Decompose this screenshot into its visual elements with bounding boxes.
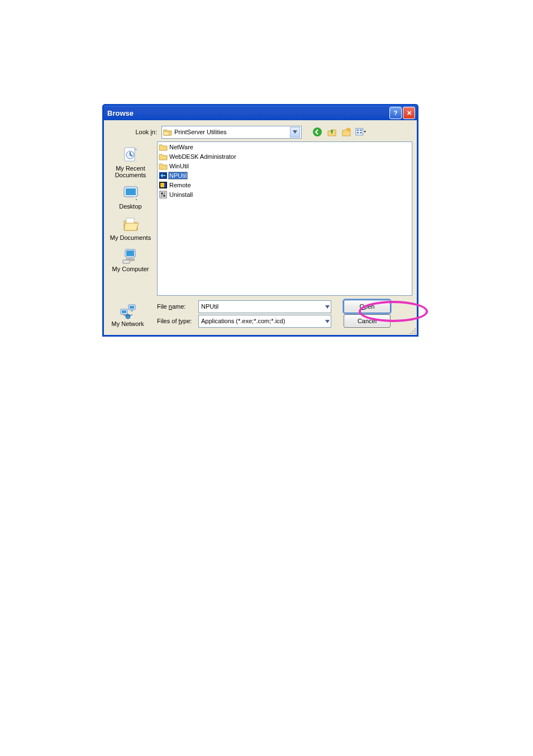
toolbar-icons — [312, 126, 367, 138]
file-name-value: NPUtil — [200, 303, 325, 310]
file-name: NPUtil — [168, 172, 188, 179]
file-list[interactable]: NetWare WebDESK Administrator WinUtil NP… — [157, 141, 412, 296]
look-in-row: Look in: PrintServer Utilities — [104, 120, 417, 141]
svg-rect-27 — [122, 310, 126, 313]
close-button[interactable]: ✕ — [403, 107, 415, 119]
place-label: My Documents — [107, 234, 154, 241]
my-network-icon — [119, 301, 137, 319]
help-icon: ? — [394, 110, 398, 116]
folder-icon — [159, 162, 168, 171]
place-label: My Network — [104, 320, 151, 327]
look-in-combo[interactable]: PrintServer Utilities — [161, 126, 302, 139]
list-item[interactable]: NPUtil — [158, 171, 412, 180]
close-icon: ✕ — [407, 110, 412, 117]
back-button[interactable] — [312, 126, 323, 138]
folder-icon — [159, 143, 168, 152]
place-desktop[interactable]: Desktop — [107, 182, 154, 213]
place-my-computer[interactable]: My Computer — [107, 244, 154, 276]
my-documents-icon — [122, 215, 140, 233]
files-of-type-combo[interactable]: Applications (*.exe;*.com;*.icd) — [198, 315, 331, 328]
place-recent-documents[interactable]: My Recent Documents — [107, 144, 154, 182]
folder-icon — [159, 152, 168, 161]
application-icon — [159, 190, 168, 199]
svg-rect-16 — [123, 260, 130, 263]
dropdown-button[interactable] — [325, 318, 330, 324]
svg-rect-10 — [126, 188, 136, 195]
svg-rect-23 — [164, 192, 165, 194]
svg-point-0 — [313, 127, 322, 136]
list-item[interactable]: WebDESK Administrator — [158, 152, 412, 161]
svg-rect-22 — [161, 192, 163, 195]
file-name-combo[interactable]: NPUtil — [198, 300, 331, 313]
list-item[interactable]: Uninstall — [158, 190, 412, 199]
svg-rect-24 — [161, 195, 163, 197]
look-in-label: Look in: — [104, 129, 161, 135]
place-label: My Computer — [107, 266, 154, 272]
files-of-type-label: Files of type: — [157, 318, 198, 324]
file-name: WinUtil — [168, 162, 190, 170]
places-bar: My Recent Documents Desktop My Documents — [104, 141, 157, 299]
place-label: Desktop — [107, 203, 154, 210]
file-name: Uninstall — [168, 191, 194, 199]
application-icon — [159, 171, 168, 180]
browse-dialog: Browse ? ✕ Look in: PrintServer Utilitie… — [102, 104, 418, 337]
folder-open-icon — [163, 128, 172, 136]
dropdown-button[interactable] — [325, 303, 330, 310]
place-my-documents[interactable]: My Documents — [107, 213, 154, 244]
svg-rect-25 — [163, 195, 165, 197]
help-button[interactable]: ? — [389, 107, 402, 119]
window-title: Browse — [107, 109, 388, 117]
svg-rect-13 — [126, 251, 134, 256]
desktop-icon — [122, 184, 140, 202]
svg-rect-19 — [160, 183, 164, 187]
svg-point-30 — [126, 314, 130, 319]
svg-rect-4 — [360, 129, 362, 131]
file-name-label: File name: — [157, 303, 198, 310]
my-computer-icon — [122, 247, 140, 264]
place-label: My Recent Documents — [107, 165, 154, 178]
look-in-value: PrintServer Utilities — [174, 129, 290, 135]
svg-rect-6 — [360, 132, 362, 134]
titlebar[interactable]: Browse ? ✕ — [104, 106, 417, 120]
resize-grip[interactable] — [410, 328, 416, 334]
svg-rect-2 — [356, 129, 363, 135]
cancel-button[interactable]: Cancel — [344, 314, 391, 328]
file-name: NetWare — [168, 143, 194, 151]
svg-rect-29 — [130, 306, 134, 309]
files-of-type-value: Applications (*.exe;*.com;*.icd) — [200, 318, 325, 324]
svg-rect-20 — [164, 183, 166, 187]
svg-rect-5 — [357, 132, 359, 134]
view-menu-button[interactable] — [355, 126, 367, 138]
open-button[interactable]: Open — [344, 300, 391, 313]
list-item[interactable]: Remote — [158, 180, 412, 190]
file-name: Remote — [168, 181, 192, 189]
svg-rect-3 — [357, 129, 359, 131]
recent-documents-icon — [122, 146, 140, 164]
place-my-network[interactable]: My Network — [104, 299, 151, 330]
list-item[interactable]: WinUtil — [158, 161, 412, 171]
up-one-level-button[interactable] — [326, 126, 337, 138]
dropdown-button[interactable] — [290, 127, 300, 138]
application-icon — [159, 181, 168, 190]
file-name: WebDESK Administrator — [168, 153, 237, 160]
list-item[interactable]: NetWare — [158, 142, 412, 152]
new-folder-button[interactable] — [341, 126, 352, 138]
